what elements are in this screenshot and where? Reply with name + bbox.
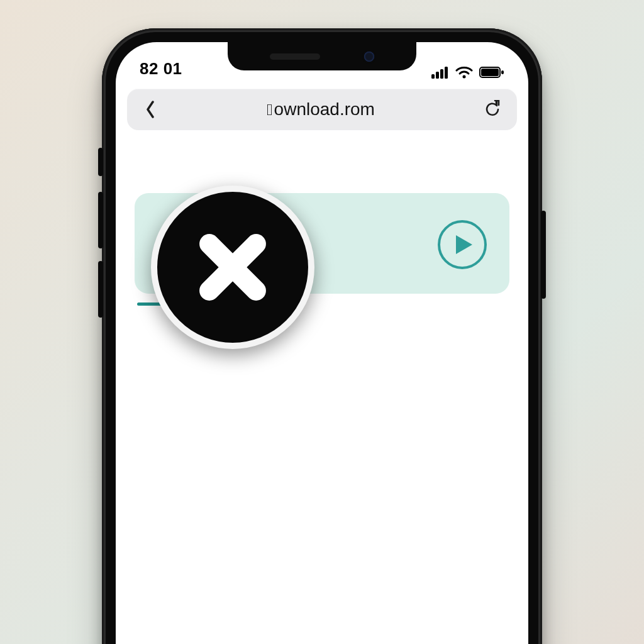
svg-rect-2 [440,69,443,79]
url-display[interactable]:  ownload.rom [169,99,473,119]
svg-rect-1 [436,72,439,79]
url-text: ownload.rom [274,99,375,119]
apple-icon:  [267,101,273,118]
volume-down-button[interactable] [98,261,103,318]
status-bar: 82 01 [116,42,528,80]
svg-rect-3 [445,67,448,79]
browser-toolbar:  ownload.rom [116,80,528,130]
svg-rect-0 [431,74,435,79]
status-time: 82 01 [140,59,182,79]
back-button[interactable] [141,101,160,118]
phone-screen: 82 01 [116,42,528,644]
svg-point-4 [463,75,466,79]
silence-switch[interactable] [98,148,103,176]
svg-marker-11 [456,235,472,254]
phone-frame: 82 01 [102,28,542,644]
play-button[interactable] [438,220,487,269]
power-button[interactable] [541,211,546,299]
close-badge[interactable] [151,186,314,349]
address-bar[interactable]:  ownload.rom [127,89,517,130]
wifi-icon [455,66,473,79]
close-icon [192,226,274,308]
cellular-signal-icon [431,66,449,79]
svg-rect-7 [501,70,504,74]
reload-button[interactable] [482,100,503,119]
battery-icon [479,66,504,79]
volume-up-button[interactable] [98,192,103,248]
svg-rect-6 [481,69,499,76]
